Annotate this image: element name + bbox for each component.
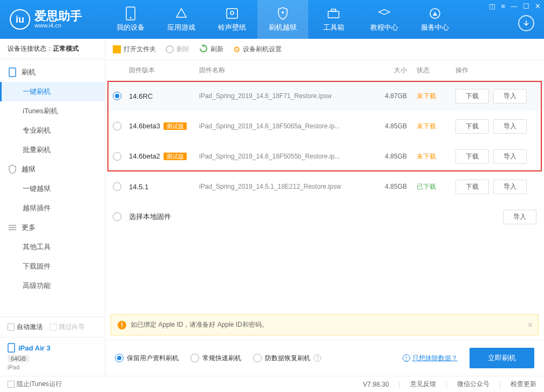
nav-ringtones[interactable]: 铃声壁纸 (207, 0, 257, 39)
status-bar: 阻止iTunes运行 V7.98.30| 意见反馈| 微信公众号| 检查更新 (0, 376, 544, 392)
row-radio[interactable] (113, 212, 121, 221)
header-status: 状态 (407, 66, 450, 75)
phone-icon (124, 7, 137, 20)
download-button[interactable]: 下载 (455, 89, 489, 104)
title-bar: iu 爱思助手 www.i4.cn 我的设备 应用游戏 铃声壁纸 刷机越狱 工具… (0, 0, 544, 39)
brand-name: 爱思助手 (35, 10, 82, 22)
sidebar-item-pro-flash[interactable]: 专业刷机 (0, 121, 105, 140)
option-anti-recover[interactable]: 防数据恢复刷机? (253, 354, 321, 363)
table-row-local[interactable]: 选择本地固件 导入 (105, 202, 544, 232)
nav-flash-jailbreak[interactable]: 刷机越狱 (257, 0, 308, 39)
sidebar-item-jailbreak-plugins[interactable]: 越狱插件 (0, 198, 105, 218)
menu-icon[interactable]: ≡ (501, 2, 505, 10)
feedback-link[interactable]: 意见反馈 (410, 380, 436, 389)
download-button[interactable]: 下载 (455, 119, 489, 134)
table-row[interactable]: 14.6RC iPad_Spring_2019_14.6_18F71_Resto… (105, 81, 544, 111)
brand: iu 爱思助手 www.i4.cn (0, 9, 105, 30)
flash-settings-button[interactable]: ⚙设备刷机设置 (233, 45, 282, 54)
flash-now-button[interactable]: 立即刷机 (470, 348, 534, 368)
radio-icon (253, 354, 262, 362)
minimize-icon[interactable]: — (511, 2, 518, 10)
open-folder-button[interactable]: 打开文件夹 (113, 45, 156, 54)
table-row[interactable]: 14.6beta3测试版 iPad_Spring_2019_14.6_18F50… (105, 111, 544, 141)
device-name: iPad Air 3 (18, 344, 50, 352)
sidebar-item-oneclick-flash[interactable]: 一键刷机 (0, 82, 105, 101)
svg-rect-12 (8, 343, 15, 352)
alert-close-button[interactable]: × (528, 320, 533, 330)
nav-tutorials[interactable]: 教程中心 (359, 0, 410, 39)
download-button[interactable]: 下载 (455, 180, 489, 194)
sidebar: 设备连接状态：正常模式 刷机 一键刷机 iTunes刷机 专业刷机 批量刷机 越… (0, 39, 105, 376)
folder-icon (113, 45, 121, 53)
sidebar-item-download-firmware[interactable]: 下载固件 (0, 257, 105, 276)
option-keep-data[interactable]: 保留用户资料刷机 (115, 354, 179, 363)
nav-apps[interactable]: 应用游戏 (156, 0, 207, 39)
block-itunes-checkbox[interactable]: 阻止iTunes运行 (8, 380, 62, 389)
table-row[interactable]: 14.5.1 iPad_Spring_2019_14.5.1_18E212_Re… (105, 171, 544, 202)
import-button[interactable]: 导入 (493, 149, 527, 164)
row-radio[interactable] (113, 122, 121, 130)
import-button[interactable]: 导入 (493, 180, 527, 194)
toolbox-icon (327, 7, 340, 20)
nav-my-device[interactable]: 我的设备 (105, 0, 156, 39)
wechat-link[interactable]: 微信公众号 (457, 380, 489, 389)
import-button[interactable]: 导入 (493, 119, 527, 134)
download-button[interactable]: 下载 (455, 149, 489, 164)
sidebar-item-other-tools[interactable]: 其他工具 (0, 237, 105, 257)
logo-icon: iu (10, 9, 30, 30)
import-button[interactable]: 导入 (493, 89, 527, 104)
row-radio[interactable] (113, 152, 121, 161)
svg-point-4 (282, 11, 284, 13)
erase-data-link[interactable]: !只想抹除数据？ (403, 354, 458, 363)
device-icon (8, 343, 15, 353)
check-update-link[interactable]: 检查更新 (511, 380, 536, 389)
shield-icon (276, 7, 289, 20)
header-name: 固件名称 (199, 66, 369, 75)
svg-point-1 (130, 17, 132, 18)
sidebar-group-more[interactable]: 更多 (0, 218, 105, 237)
refresh-button[interactable]: 刷新 (199, 44, 223, 54)
sidebar-item-oneclick-jailbreak[interactable]: 一键越狱 (0, 179, 105, 198)
auto-activate-checkbox[interactable]: 自动激活 (8, 323, 43, 331)
option-fast-flash[interactable]: 常规快速刷机 (191, 354, 241, 363)
maximize-icon[interactable]: ☐ (523, 2, 529, 10)
skin-icon[interactable]: ◫ (489, 2, 495, 10)
flash-options: 保留用户资料刷机 常规快速刷机 防数据恢复刷机? !只想抹除数据？ 立即刷机 (105, 340, 544, 376)
sidebar-item-itunes-flash[interactable]: iTunes刷机 (0, 101, 105, 121)
flash-icon (8, 67, 17, 77)
device-info: iPad Air 3 64GB iPad (0, 337, 105, 376)
delete-button[interactable]: 删除 (166, 45, 189, 54)
help-icon[interactable]: ? (314, 354, 321, 362)
info-icon: ! (403, 354, 410, 362)
sidebar-item-advanced[interactable]: 高级功能 (0, 276, 105, 295)
skip-guide-checkbox[interactable]: 跳过向导 (50, 323, 85, 331)
table-row[interactable]: 14.6beta2测试版 iPad_Spring_2019_14.6_18F50… (105, 141, 544, 171)
download-manager-button[interactable] (518, 15, 534, 31)
image-icon (226, 7, 239, 20)
app-version: V7.98.30 (363, 381, 389, 388)
import-button[interactable]: 导入 (503, 210, 536, 224)
nav-service[interactable]: 服务中心 (410, 0, 460, 39)
close-icon[interactable]: ✕ (535, 2, 541, 10)
nav-toolbox[interactable]: 工具箱 (308, 0, 359, 39)
device-capacity: 64GB (8, 355, 29, 362)
warning-icon: ! (118, 321, 126, 329)
toolbar: 打开文件夹 删除 刷新 ⚙设备刷机设置 (105, 39, 544, 60)
brand-domain: www.i4.cn (35, 22, 82, 29)
main-panel: 打开文件夹 删除 刷新 ⚙设备刷机设置 固件版本 固件名称 大小 状态 操作 1… (105, 39, 544, 376)
row-radio[interactable] (113, 182, 121, 191)
top-nav: 我的设备 应用游戏 铃声壁纸 刷机越狱 工具箱 教程中心 服务中心 (105, 0, 460, 39)
beta-badge: 测试版 (164, 122, 187, 130)
sidebar-group-flash[interactable]: 刷机 (0, 63, 105, 82)
header-version: 固件版本 (129, 66, 199, 75)
svg-rect-6 (331, 9, 336, 11)
window-controls: ◫ ≡ — ☐ ✕ (489, 2, 541, 10)
radio-icon (191, 354, 199, 362)
gear-icon: ⚙ (233, 45, 240, 54)
delete-icon (166, 45, 174, 53)
apps-icon (175, 7, 188, 20)
row-radio[interactable] (113, 92, 121, 100)
table-header: 固件版本 固件名称 大小 状态 操作 (105, 60, 544, 81)
sidebar-group-jailbreak[interactable]: 越狱 (0, 160, 105, 179)
sidebar-item-batch-flash[interactable]: 批量刷机 (0, 140, 105, 160)
